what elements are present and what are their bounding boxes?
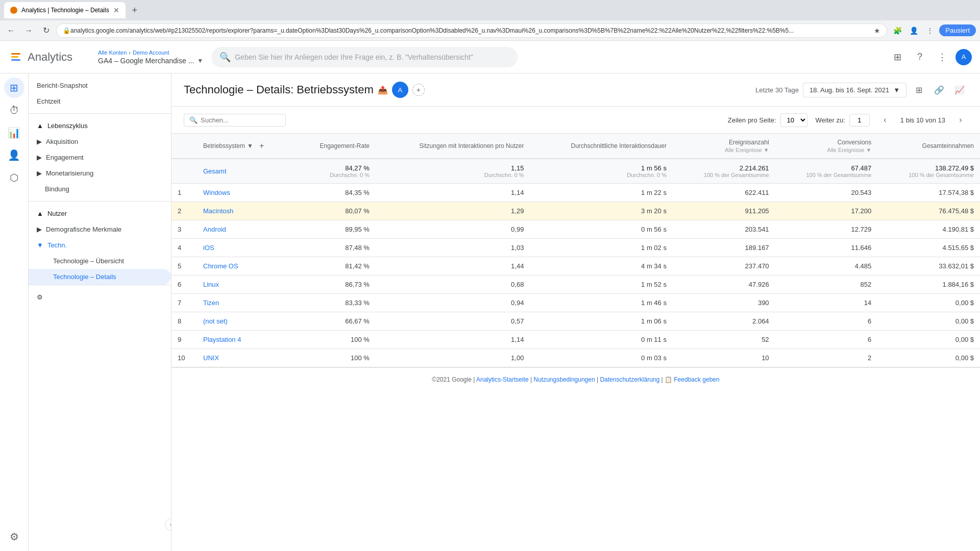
collapse-nav-button[interactable]: ‹: [165, 518, 172, 531]
go-to-page-input[interactable]: [849, 114, 870, 127]
nav-bericht-snapshot[interactable]: Bericht-Snapshot: [29, 78, 171, 93]
cell-einnahmen-3: 4.515,65 $: [877, 239, 980, 257]
nav-monetarisierung-header[interactable]: ▶ Monetarisierung: [29, 165, 171, 181]
customize-report-button[interactable]: ⊞: [911, 82, 927, 98]
help-button[interactable]: ?: [911, 48, 929, 66]
col-header-conversions[interactable]: Conversions Alle Ereignisse ▼: [775, 134, 878, 159]
user-avatar[interactable]: A: [955, 49, 972, 65]
sidebar-icon-lifecycle[interactable]: 📊: [4, 122, 24, 143]
cell-sitzungen-8: 1,14: [376, 331, 530, 349]
sidebar-icon-home[interactable]: ⊞: [4, 78, 24, 98]
sidebar-icon-users[interactable]: 👤: [4, 145, 24, 165]
add-column-icon[interactable]: +: [259, 141, 264, 151]
col-header-gesamteinnahmen[interactable]: Gesamteinnahmen: [877, 134, 980, 159]
rows-per-page-select[interactable]: 10 25 50: [780, 113, 807, 127]
col-header-engagement-rate[interactable]: Engagement-Rate: [293, 134, 376, 159]
cell-name-5[interactable]: Linux: [197, 276, 293, 294]
more-options-button[interactable]: ⋮: [933, 48, 951, 66]
ereignisanzahl-header-wrap: Ereignisanzahl Alle Ereignisse ▼: [679, 139, 769, 153]
header-actions: ⊞ ? ⋮ A: [888, 48, 972, 66]
cell-name-0[interactable]: Windows: [197, 184, 293, 202]
col-header-interaktionsdauer[interactable]: Durchschnittliche Interaktionsdauer: [530, 134, 673, 159]
extensions-button[interactable]: 🧩: [890, 23, 904, 38]
nav-akquisition-header[interactable]: ▶ Akquisition: [29, 134, 171, 149]
settings-icon: ⚙: [37, 293, 43, 301]
nav-lebenszyklus-header[interactable]: ▲ Lebenszyklus: [29, 118, 171, 134]
cell-name-7[interactable]: (not set): [197, 312, 293, 331]
ereignisanzahl-filter[interactable]: Alle Ereignisse ▼: [725, 147, 769, 153]
cell-sitzungen-1: 1,29: [376, 202, 530, 220]
nav-technologie-uebersicht[interactable]: Technologie – Übersicht: [29, 253, 171, 269]
nav-techn-header[interactable]: ▼ Techn.: [29, 237, 171, 253]
col-header-sitzungen[interactable]: Sitzungen mit Interaktionen pro Nutzer: [376, 134, 530, 159]
breadcrumb-all-accounts[interactable]: Alle Konten: [98, 49, 127, 56]
total-gesamteinnahmen-cell: 138.272,49 $ 100 % der Gesamtsumme: [877, 159, 980, 184]
col-header-betriebssystem[interactable]: Betriebssystem ▼ +: [197, 134, 293, 159]
table-row: 8 (not set) 66,67 % 0,57 1 m 06 s 2.064 …: [172, 312, 980, 331]
col-header-ereignisanzahl[interactable]: Ereignisanzahl Alle Ereignisse ▼: [673, 134, 775, 159]
global-search-bar[interactable]: 🔍 Geben Sie hier Ihr Anliegen oder Ihre …: [211, 47, 518, 67]
cell-sitzungen-0: 1,14: [376, 184, 530, 202]
cell-name-6[interactable]: Tizen: [197, 294, 293, 312]
table-search-input[interactable]: [201, 116, 280, 124]
cell-conversions-4: 4.485: [775, 257, 878, 276]
cell-name-1[interactable]: Macintosh: [197, 202, 293, 220]
new-tab-button[interactable]: +: [128, 3, 142, 17]
nav-engagement-header[interactable]: ▶ Engagement: [29, 149, 171, 165]
cell-name-8[interactable]: Playstation 4: [197, 331, 293, 349]
cell-einnahmen-5: 1.884,16 $: [877, 276, 980, 294]
back-button[interactable]: ←: [4, 23, 18, 38]
footer-feedback-link[interactable]: Feedback geben: [674, 376, 719, 383]
cell-rank-9: 10: [172, 349, 197, 367]
share-button[interactable]: 🔗: [931, 82, 947, 98]
apps-button[interactable]: ⊞: [888, 48, 906, 66]
cell-einnahmen-8: 0,00 $: [877, 331, 980, 349]
next-page-button[interactable]: ›: [953, 113, 968, 127]
cell-conversions-8: 6: [775, 331, 878, 349]
sidebar-icon-settings[interactable]: ⚙: [4, 527, 24, 547]
account-selector[interactable]: GA4 – Google Merchandise ... ▼: [98, 57, 203, 65]
total-gesamteinnahmen-sub: 100 % der Gesamtsumme: [884, 172, 974, 178]
insights-button[interactable]: 📈: [951, 82, 968, 98]
profile-button[interactable]: 👤: [906, 23, 921, 38]
cell-name-3[interactable]: iOS: [197, 239, 293, 257]
logo-bar-2: [11, 56, 18, 58]
footer-analytics-link[interactable]: Analytics-Startseite: [476, 376, 529, 383]
nav-settings[interactable]: ⚙: [29, 289, 171, 305]
footer-terms-link[interactable]: Nutzungsbedingungen: [534, 376, 595, 383]
export-icon[interactable]: 📤: [378, 85, 388, 95]
nav-technologie-details[interactable]: Technologie – Details: [29, 269, 171, 285]
nav-bindung[interactable]: Bindung: [29, 181, 171, 197]
footer-copyright: ©2021 Google: [432, 376, 472, 383]
address-bar[interactable]: 🔒 analytics.google.com/analytics/web/#p2…: [56, 23, 887, 38]
nav-echtzeit[interactable]: Echtzeit: [29, 93, 171, 109]
cell-name-2[interactable]: Android: [197, 220, 293, 239]
nav-demografisch-header[interactable]: ▶ Demografische Merkmale: [29, 221, 171, 237]
footer-privacy-link[interactable]: Datenschutzerklärung: [600, 376, 659, 383]
sitzungen-label: Sitzungen mit Interaktionen pro Nutzer: [420, 142, 524, 149]
app-name: Analytics: [28, 51, 72, 64]
cell-name-4[interactable]: Chrome OS: [197, 257, 293, 276]
conversions-filter[interactable]: Alle Ereignisse ▼: [827, 147, 872, 153]
cell-name-9[interactable]: UNIX: [197, 349, 293, 367]
table-search-wrap[interactable]: 🔍: [184, 114, 286, 127]
reload-button[interactable]: ↻: [39, 23, 53, 38]
sidebar-icon-realtime[interactable]: ⏱: [4, 100, 24, 120]
sitzungen-header-wrap: Sitzungen mit Interaktionen pro Nutzer: [382, 142, 524, 149]
tab-close-button[interactable]: ✕: [113, 6, 119, 14]
paused-button[interactable]: Pausiert: [939, 24, 976, 36]
table-header-row: Betriebssystem ▼ + Engagement-Rate S: [172, 134, 980, 159]
date-range-selector[interactable]: 18. Aug. bis 16. Sept. 2021 ▼: [803, 83, 906, 97]
search-placeholder-text: Geben Sie hier Ihr Anliegen oder Ihre Fr…: [235, 53, 473, 61]
more-button[interactable]: ⋮: [923, 23, 937, 38]
nav-nutzer-header[interactable]: ▲ Nutzer: [29, 206, 171, 221]
cell-ereignis-9: 10: [673, 349, 775, 367]
forward-button[interactable]: →: [21, 23, 36, 38]
sidebar-icon-explore[interactable]: ⬡: [4, 167, 24, 188]
main-content: Technologie – Details: Betriebssystem 📤 …: [172, 73, 980, 551]
breadcrumb-account[interactable]: Demo Account: [133, 49, 169, 56]
table-row: 4 iOS 87,48 % 1,03 1 m 02 s 189.167 11.6…: [172, 239, 980, 257]
active-tab[interactable]: Analytics | Technologie – Details ✕: [4, 2, 126, 18]
add-comparison-button[interactable]: +: [412, 84, 425, 96]
previous-page-button[interactable]: ‹: [878, 113, 892, 127]
